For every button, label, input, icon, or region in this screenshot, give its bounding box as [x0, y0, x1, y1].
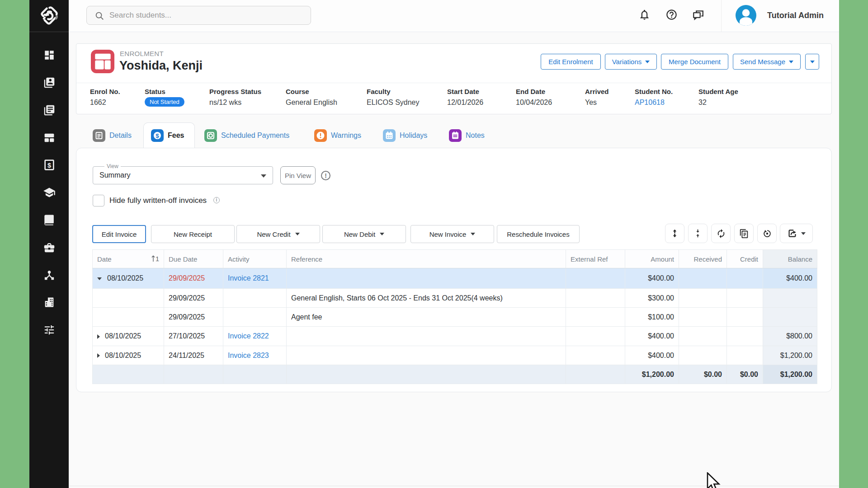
svg-text:$: $ — [156, 132, 159, 139]
svg-text:$: $ — [47, 162, 51, 169]
